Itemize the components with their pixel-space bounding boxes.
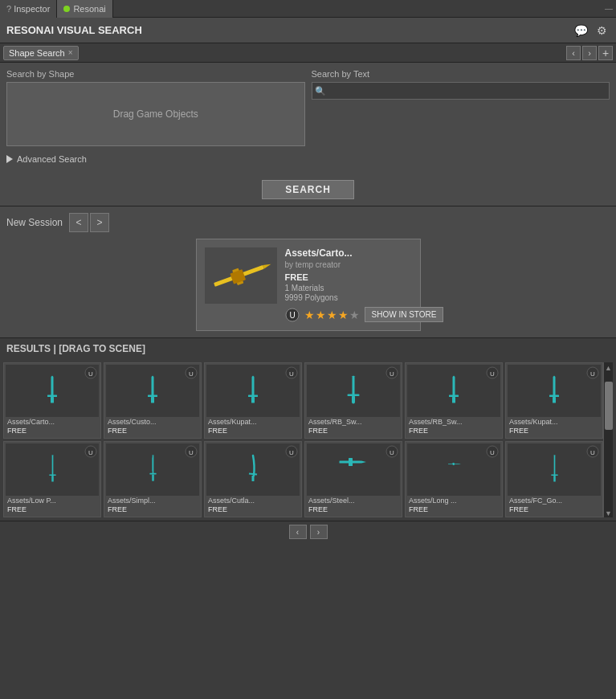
page-next-btn[interactable]: › <box>310 525 328 539</box>
session-nav: New Session < > <box>6 213 610 232</box>
grid-item-image: U <box>6 444 99 496</box>
app-title: RESONAI VISUAL SEARCH <box>6 24 142 36</box>
results-grid-container: U Assets/Carto... FREE U Assets/Custo...… <box>0 359 616 521</box>
session-label: New Session <box>6 217 63 228</box>
featured-asset-card: Assets/Carto... by temp creator FREE 1 M… <box>196 239 421 331</box>
advanced-search-row[interactable]: Advanced Search <box>6 151 610 167</box>
svg-rect-18 <box>252 377 255 397</box>
grid-item-image: U <box>6 365 99 417</box>
shape-tab-close[interactable]: × <box>68 48 73 57</box>
page-prev-btn[interactable]: ‹ <box>289 525 307 539</box>
svg-rect-53 <box>152 457 153 471</box>
chat-icon[interactable]: 💬 <box>573 22 589 39</box>
results-grid: U Assets/Carto... FREE U Assets/Custo...… <box>3 362 603 517</box>
svg-marker-50 <box>151 455 153 456</box>
scrollbar[interactable]: ▲ ▼ <box>603 362 613 517</box>
search-row: Search by Shape Drag Game Objects Search… <box>6 69 610 146</box>
svg-text:U: U <box>590 449 595 456</box>
results-label: RESULTS | [DRAG TO SCENE] <box>6 343 145 354</box>
svg-text:U: U <box>390 370 394 378</box>
grid-item-image: U <box>508 444 601 496</box>
unity-badge-icon: U <box>486 445 499 458</box>
grid-item[interactable]: U Assets/Kupat... FREE <box>505 362 603 439</box>
tab-prev-btn[interactable]: ‹ <box>566 46 581 60</box>
svg-rect-51 <box>149 472 156 474</box>
featured-asset-actions: U ★ ★ ★ ★ ★ SHOW IN STORE <box>285 307 444 322</box>
gear-icon[interactable]: ⚙ <box>594 22 610 39</box>
scroll-thumb[interactable] <box>605 382 613 430</box>
svg-rect-21 <box>251 397 255 403</box>
tab-next-btn[interactable]: › <box>582 46 597 60</box>
svg-rect-72 <box>551 474 557 476</box>
tab-bar: Shape Search × ‹ › + <box>0 43 616 63</box>
featured-asset-name: Assets/Carto... <box>285 247 444 259</box>
svg-rect-20 <box>248 395 258 398</box>
scroll-down-btn[interactable]: ▼ <box>605 509 612 517</box>
session-prev-btn[interactable]: < <box>69 213 88 232</box>
grid-item[interactable]: U Assets/Simpl... FREE <box>104 441 202 517</box>
shape-drop-zone[interactable]: Drag Game Objects <box>6 82 305 146</box>
shape-search-tab[interactable]: Shape Search × <box>3 46 79 60</box>
unity-badge-icon: U <box>84 366 97 379</box>
featured-asset-materials: 1 Materials <box>285 284 444 292</box>
svg-marker-71 <box>553 455 555 456</box>
grid-item-label: Assets/Custo... <box>106 417 199 427</box>
grid-item[interactable]: U Assets/Cutla... FREE <box>204 441 302 517</box>
svg-marker-66 <box>459 464 461 464</box>
tab-resonai[interactable]: Resonai <box>57 0 112 18</box>
svg-rect-31 <box>453 377 455 397</box>
svg-text:U: U <box>289 449 294 456</box>
tab-inspector[interactable]: ? Inspector <box>0 0 57 18</box>
grid-item-label: Assets/Simpl... <box>106 496 199 505</box>
grid-item[interactable]: U Assets/Low P... FREE <box>3 441 101 517</box>
shape-drop-placeholder: Drag Game Objects <box>113 108 198 120</box>
svg-rect-70 <box>553 456 555 476</box>
grid-item[interactable]: U Assets/RB_Sw... FREE <box>405 362 503 439</box>
unity-badge-icon: U <box>586 445 599 458</box>
search-by-shape-panel: Search by Shape Drag Game Objects <box>6 69 305 146</box>
search-button[interactable]: SEARCH <box>262 180 354 199</box>
grid-item-free-badge: FREE <box>106 427 199 436</box>
grid-item-image: U <box>106 444 199 496</box>
advanced-toggle-icon <box>6 155 13 163</box>
session-next-btn[interactable]: > <box>90 213 109 232</box>
bottom-pagination: ‹ › <box>0 521 616 542</box>
grid-item-image: U <box>407 444 500 496</box>
grid-item-label: Assets/Long ... <box>407 496 500 505</box>
grid-item[interactable]: U Assets/Long ... FREE <box>405 441 503 517</box>
show-in-store-button[interactable]: SHOW IN STORE <box>365 307 444 322</box>
grid-item[interactable]: U Assets/Kupat... FREE <box>204 362 302 439</box>
grid-item[interactable]: U Assets/Carto... FREE <box>3 362 101 439</box>
grid-item-image: U <box>307 365 400 417</box>
svg-rect-3 <box>230 269 246 284</box>
scroll-up-btn[interactable]: ▲ <box>605 364 612 372</box>
tab-add-btn[interactable]: + <box>598 46 613 60</box>
text-search-input[interactable] <box>312 82 610 100</box>
svg-text:U: U <box>88 370 93 378</box>
featured-asset-info: Assets/Carto... by temp creator FREE 1 M… <box>285 247 444 322</box>
svg-rect-37 <box>553 377 556 397</box>
svg-rect-33 <box>449 395 459 398</box>
grid-item-free-badge: FREE <box>6 427 99 436</box>
grid-item[interactable]: U Assets/Custo... FREE <box>104 362 202 439</box>
svg-rect-14 <box>148 395 157 398</box>
svg-point-28 <box>352 401 355 404</box>
search-button-row: SEARCH <box>0 174 616 206</box>
svg-rect-15 <box>151 397 154 403</box>
grid-item-free-badge: FREE <box>206 427 300 436</box>
svg-rect-46 <box>51 476 54 482</box>
svg-rect-57 <box>252 476 255 481</box>
header-icons: 💬 ⚙ <box>573 22 610 39</box>
unity-badge-icon: U <box>285 445 298 458</box>
grid-item-free-badge: FREE <box>106 505 199 515</box>
unity-badge-icon: U <box>386 445 398 458</box>
grid-item[interactable]: U Assets/FC_Go... FREE <box>505 441 603 517</box>
grid-item[interactable]: U Assets/RB_Sw... FREE <box>304 362 402 439</box>
grid-item[interactable]: U Assets/Steel... FREE <box>304 441 402 517</box>
svg-text:U: U <box>390 449 394 456</box>
advanced-search-label: Advanced Search <box>17 154 87 164</box>
star-rating[interactable]: ★ ★ ★ ★ ★ <box>304 309 360 321</box>
svg-text:U: U <box>289 311 295 320</box>
text-section-label: Search by Text <box>312 69 610 79</box>
svg-rect-8 <box>47 395 57 398</box>
